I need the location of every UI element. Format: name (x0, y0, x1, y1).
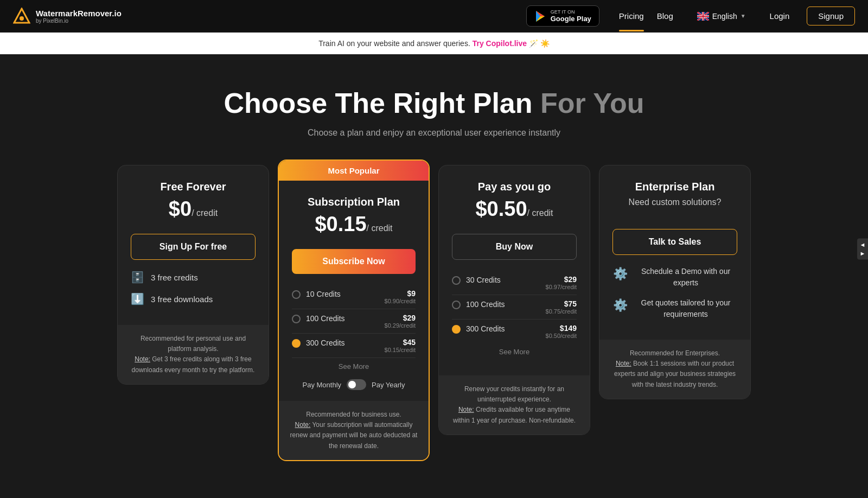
popular-badge: Most Popular (279, 161, 429, 181)
download-icon: ⬇️ (131, 292, 144, 305)
payg-plan-name: Pay as you go (452, 181, 577, 193)
pay-yearly-label: Pay Yearly (372, 381, 405, 389)
play-store-icon (534, 10, 546, 22)
subscription-plan-footer: Recommended for business use.Note: Your … (279, 401, 429, 460)
page-title-dark: For You (540, 87, 644, 119)
login-button[interactable]: Login (761, 7, 799, 25)
subscription-300-credits[interactable]: 300 Credits $45 $0.15/credit (292, 334, 416, 358)
nav-pricing[interactable]: Pricing (619, 11, 644, 21)
language-chevron-icon: ▼ (741, 13, 746, 19)
radio-payg-300-selected (452, 325, 461, 334)
enterprise-quotes-label: Get quotes tailored to your requirements (634, 297, 737, 320)
logo-title: WatermarkRemover.io (36, 9, 122, 18)
subscription-plan-cta[interactable]: Subscribe Now (292, 249, 416, 274)
signup-button[interactable]: Signup (807, 7, 855, 25)
radio-300-selected (292, 339, 301, 348)
google-play-button[interactable]: GET IT ON Google Play (526, 5, 599, 27)
payg-plan-cta[interactable]: Buy Now (452, 234, 577, 260)
google-play-get-label: GET IT ON (551, 9, 591, 15)
subscription-plan-name: Subscription Plan (292, 196, 416, 208)
demo-icon: ⚙️ (612, 267, 628, 281)
radio-payg-100 (452, 301, 461, 309)
subscription-plan-price: $0.15/ credit (292, 213, 416, 236)
google-play-store-label: Google Play (551, 15, 591, 23)
toggle-knob (348, 381, 356, 388)
payg-plan-card: Pay as you go $0.50/ credit Buy Now 30 C… (438, 165, 590, 435)
pay-monthly-label: Pay Monthly (303, 381, 342, 389)
subscription-100-credits[interactable]: 100 Credits $29 $0.29/credit (292, 309, 416, 334)
quotes-icon: ⚙️ (612, 298, 628, 312)
enterprise-tagline: Need custom solutions? (612, 197, 737, 207)
banner-text: Train AI on your website and answer quer… (318, 39, 470, 48)
free-plan-cta[interactable]: Sign Up For free (131, 234, 256, 260)
payg-300-credits[interactable]: 300 Credits $149 $0.50/credit (452, 320, 577, 343)
page-title: Choose The Right Plan For You (13, 87, 855, 119)
logo-area: WatermarkRemover.io by PixelBin.io (13, 8, 122, 25)
svg-marker-0 (14, 9, 29, 23)
billing-toggle-switch[interactable] (347, 379, 366, 390)
free-credits-label: 3 free credits (151, 273, 198, 282)
payg-plan-footer: Renew your credits instantly for an unin… (439, 375, 590, 435)
page-subtitle: Choose a plan and enjoy an exceptional u… (13, 128, 855, 138)
free-downloads-feature: ⬇️ 3 free downloads (131, 292, 256, 305)
language-label: English (712, 12, 737, 21)
logo-sub: by PixelBin.io (36, 18, 122, 24)
svg-point-1 (20, 16, 24, 21)
subscription-plan-card: Most Popular Subscription Plan $0.15/ cr… (278, 159, 430, 461)
language-selector[interactable]: English ▼ (691, 9, 752, 24)
flag-icon (697, 12, 709, 21)
page-title-bold: Choose The Right Plan (224, 87, 532, 119)
subscription-see-more[interactable]: See More (292, 362, 416, 371)
radio-payg-30 (452, 276, 461, 285)
enterprise-demo-label: Schedule a Demo with our experts (634, 266, 737, 289)
enterprise-plan-name: Enterprise Plan (612, 181, 737, 193)
pricing-cards: Free Forever $0/ credit Sign Up For free… (108, 165, 760, 461)
subscription-10-credits[interactable]: 10 Credits $9 $0.90/credit (292, 285, 416, 309)
enterprise-demo-feature: ⚙️ Schedule a Demo with our experts (612, 266, 737, 289)
pricing-page: Choose The Right Plan For You Choose a p… (0, 54, 868, 483)
billing-toggle: Pay Monthly Pay Yearly (292, 379, 416, 390)
svg-rect-14 (697, 16, 709, 17)
enterprise-plan-card: Enterprise Plan Need custom solutions? T… (599, 165, 751, 399)
enterprise-plan-footer: Recommended for Enterprises.Note: Book 1… (599, 340, 750, 399)
radio-100 (292, 315, 301, 323)
navbar: WatermarkRemover.io by PixelBin.io GET I… (0, 0, 868, 33)
free-plan-price: $0/ credit (131, 197, 256, 221)
nav-center: GET IT ON Google Play Pricing Blog Engli… (526, 5, 855, 27)
free-plan-name: Free Forever (131, 181, 256, 193)
radio-10 (292, 290, 301, 299)
logo-icon (13, 8, 30, 25)
payg-30-credits[interactable]: 30 Credits $29 $0.97/credit (452, 271, 577, 295)
payg-100-credits[interactable]: 100 Credits $75 $0.75/credit (452, 295, 577, 320)
free-credits-feature: 🗄️ 3 free credits (131, 271, 256, 284)
banner-link[interactable]: Try Copilot.live 🪄 ☀️ (473, 39, 550, 48)
nav-links: Pricing Blog (619, 11, 673, 21)
free-plan-footer: Recommended for personal use and platfor… (118, 325, 269, 384)
payg-see-more[interactable]: See More (452, 348, 577, 356)
database-icon: 🗄️ (131, 271, 144, 284)
scroll-hint: ◄ ► (857, 238, 868, 259)
free-plan-card: Free Forever $0/ credit Sign Up For free… (117, 165, 269, 385)
payg-plan-price: $0.50/ credit (452, 197, 577, 221)
announcement-banner: Train AI on your website and answer quer… (0, 33, 868, 54)
free-downloads-label: 3 free downloads (151, 295, 213, 304)
nav-blog[interactable]: Blog (657, 11, 673, 21)
enterprise-plan-cta[interactable]: Talk to Sales (612, 229, 737, 255)
enterprise-quotes-feature: ⚙️ Get quotes tailored to your requireme… (612, 297, 737, 320)
